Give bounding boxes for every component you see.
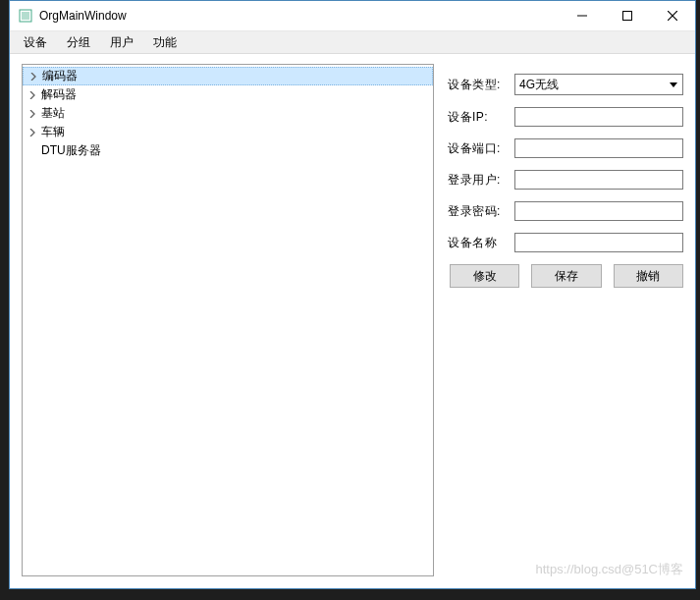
label-device-port: 设备端口: (448, 140, 514, 157)
row-device-ip: 设备IP: (448, 107, 683, 127)
label-login-user: 登录用户: (448, 172, 514, 189)
chevron-right-icon[interactable] (25, 125, 40, 140)
action-buttons: 修改 保存 撤销 (448, 264, 683, 288)
expander-spacer (25, 143, 40, 159)
tree-root: 编码器 解码器 基站 (23, 65, 433, 160)
login-user-input[interactable] (514, 170, 683, 190)
tree-item-vehicle[interactable]: 车辆 (23, 123, 433, 141)
tree-item-label: DTU服务器 (40, 142, 101, 159)
title-bar: OrgMainWindow (10, 1, 695, 31)
minimize-button[interactable] (560, 1, 605, 30)
tree-item-label: 基站 (40, 105, 65, 122)
device-form: 设备类型: 4G无线 设备IP: 设备端口: 登录用户: (448, 64, 683, 576)
menu-device[interactable]: 设备 (14, 32, 57, 53)
device-type-combo[interactable]: 4G无线 (514, 74, 683, 95)
maximize-button[interactable] (605, 1, 650, 30)
row-device-port: 设备端口: (448, 138, 683, 158)
login-pwd-input[interactable] (514, 201, 683, 221)
chevron-down-icon (667, 82, 680, 87)
device-port-input[interactable] (514, 138, 683, 158)
tree-item-label: 车辆 (40, 124, 65, 140)
menu-function[interactable]: 功能 (143, 32, 187, 53)
label-login-pwd: 登录密码: (448, 203, 514, 220)
row-device-name: 设备名称 (448, 233, 683, 252)
row-device-type: 设备类型: 4G无线 (448, 74, 683, 95)
label-device-name: 设备名称 (448, 235, 514, 251)
menu-group[interactable]: 分组 (57, 32, 100, 53)
tree-item-dtu[interactable]: DTU服务器 (23, 141, 433, 160)
close-button[interactable] (650, 1, 695, 30)
chevron-right-icon[interactable] (26, 69, 41, 84)
svg-rect-1 (22, 12, 29, 20)
tree-item-label: 编码器 (41, 68, 78, 84)
tree-item-decoder[interactable]: 解码器 (23, 85, 433, 104)
label-device-type: 设备类型: (448, 77, 514, 93)
menu-bar: 设备 分组 用户 功能 (10, 31, 695, 54)
svg-rect-3 (623, 12, 632, 21)
tree-item-encoder[interactable]: 编码器 (23, 67, 433, 85)
device-tree[interactable]: 编码器 解码器 基站 (22, 64, 434, 576)
app-icon (18, 8, 33, 24)
cancel-button[interactable]: 撤销 (614, 264, 683, 288)
window-title: OrgMainWindow (39, 9, 560, 23)
svg-marker-6 (670, 82, 677, 87)
row-login-user: 登录用户: (448, 170, 683, 190)
device-name-input[interactable] (514, 233, 683, 252)
tree-item-label: 解码器 (40, 86, 77, 103)
main-window: OrgMainWindow 设备 分组 用户 功能 (9, 0, 696, 589)
save-button[interactable]: 保存 (531, 264, 601, 288)
label-device-ip: 设备IP: (448, 109, 514, 126)
combo-value: 4G无线 (519, 77, 667, 93)
chevron-right-icon[interactable] (25, 106, 40, 122)
client-area: 编码器 解码器 基站 (10, 54, 695, 588)
menu-user[interactable]: 用户 (100, 32, 143, 53)
chevron-right-icon[interactable] (25, 87, 40, 103)
device-ip-input[interactable] (514, 107, 683, 127)
tree-item-basestation[interactable]: 基站 (23, 104, 433, 123)
row-login-pwd: 登录密码: (448, 201, 683, 221)
modify-button[interactable]: 修改 (450, 264, 519, 288)
